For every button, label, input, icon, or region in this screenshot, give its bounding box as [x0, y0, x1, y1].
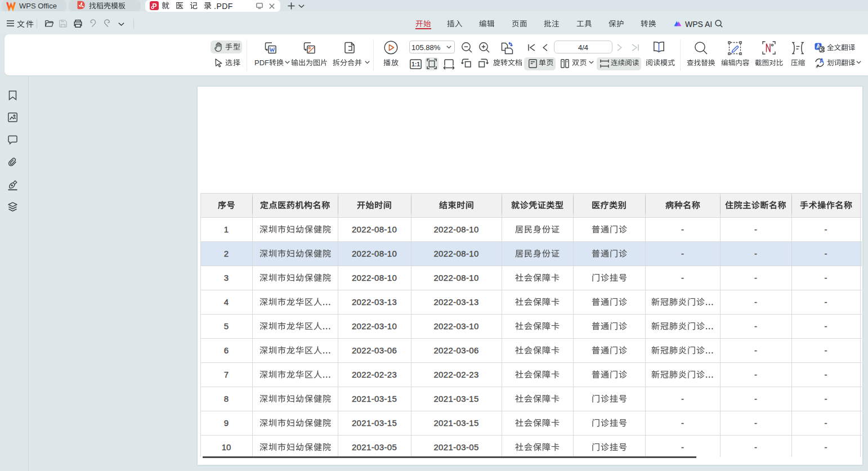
svg-text:x: x: [816, 64, 818, 69]
svg-text:1:1: 1:1: [411, 61, 420, 68]
svg-text:A: A: [820, 57, 824, 64]
